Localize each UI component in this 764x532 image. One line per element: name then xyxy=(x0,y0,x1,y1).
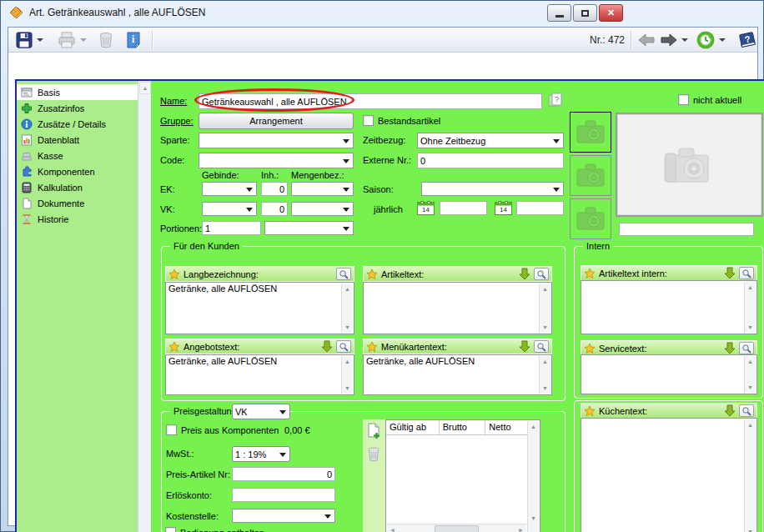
sidebar-item-datenblatt[interactable]: Datenblatt xyxy=(17,132,138,148)
scroll-down-icon[interactable]: ▼ xyxy=(342,322,353,333)
maximize-button[interactable] xyxy=(573,4,597,22)
forward-dropdown-arrow[interactable] xyxy=(681,38,688,42)
zeitbezug-select[interactable]: Ohne Zeitbezug xyxy=(417,133,564,148)
scroll-up-icon[interactable]: ▲ xyxy=(745,419,756,430)
mwst-select[interactable]: 1 : 19% xyxy=(232,446,290,462)
scroll-down-icon[interactable]: ▼ xyxy=(528,513,539,524)
photo-caption-input[interactable] xyxy=(619,223,754,236)
artikeltext-textarea[interactable] xyxy=(366,284,537,333)
gruppe-button[interactable]: Arrangement xyxy=(199,113,354,129)
photo-thumbnail-2[interactable] xyxy=(570,155,611,196)
scroll-down-icon[interactable]: ▼ xyxy=(745,322,756,333)
artikeltext-intern-textarea[interactable] xyxy=(584,282,742,333)
sidebar-item-komponenten[interactable]: Komponenten xyxy=(17,163,138,179)
textarea-scrollbar[interactable]: ▲▼ xyxy=(744,356,756,393)
price-table[interactable]: Gültig ab Brutto Netto ▲▼ ◄► xyxy=(385,419,540,532)
insert-arrow-icon[interactable] xyxy=(519,268,530,280)
magnifier-icon[interactable] xyxy=(534,268,549,280)
vk-mengenbez-select[interactable] xyxy=(291,202,354,216)
history-button[interactable] xyxy=(696,30,726,50)
scroll-down-icon[interactable]: ▼ xyxy=(745,382,756,393)
magnifier-icon[interactable] xyxy=(336,268,351,280)
langbezeichnung-textarea[interactable]: Getränke, alle AUFLÖSEN xyxy=(168,284,339,333)
delete-button[interactable] xyxy=(97,30,115,50)
ek-gebinde-select[interactable] xyxy=(202,182,257,196)
magnifier-icon[interactable] xyxy=(336,340,351,353)
servicetext-textarea[interactable] xyxy=(584,356,742,393)
angebotstext-textarea[interactable]: Getränke, alle AUFLÖSEN xyxy=(168,356,339,394)
textarea-scrollbar[interactable]: ▲▼ xyxy=(341,356,353,394)
saison-select[interactable] xyxy=(421,182,564,196)
table-hscrollbar[interactable]: ◄► xyxy=(387,524,526,532)
menuekartentext-textarea[interactable]: Getränke, alle AUFLÖSEN xyxy=(366,356,537,394)
scroll-up-icon[interactable]: ▲ xyxy=(540,284,550,294)
column-header[interactable]: Netto xyxy=(485,420,527,434)
magnifier-icon[interactable] xyxy=(739,267,754,279)
textarea-scrollbar[interactable]: ▲▼ xyxy=(539,284,550,333)
table-vscrollbar[interactable]: ▲▼ xyxy=(527,421,539,532)
save-button[interactable] xyxy=(15,30,43,50)
insert-arrow-icon[interactable] xyxy=(519,340,530,353)
close-button[interactable]: ✕ xyxy=(599,4,623,22)
vk-gebinde-select[interactable] xyxy=(202,202,257,216)
insert-arrow-icon[interactable] xyxy=(724,267,736,279)
bestandsartikel-checkbox[interactable] xyxy=(363,115,374,126)
textarea-scrollbar[interactable]: ▲▼ xyxy=(744,282,756,333)
scroll-left-icon[interactable]: ◄ xyxy=(387,524,398,532)
add-row-icon[interactable] xyxy=(366,423,381,439)
sidebar-item-kalkulation[interactable]: Kalkulation xyxy=(17,179,138,195)
insert-arrow-icon[interactable] xyxy=(724,342,736,354)
name-help-icon[interactable]: ? xyxy=(547,92,564,108)
externe-nr-input[interactable] xyxy=(417,153,564,168)
photo-preview[interactable] xyxy=(616,113,763,217)
magnifier-icon[interactable] xyxy=(534,340,549,353)
info-button[interactable]: i xyxy=(125,30,142,50)
scroll-up-icon[interactable]: ▲ xyxy=(139,82,151,94)
scroll-down-icon[interactable]: ▼ xyxy=(540,322,550,333)
scroll-up-icon[interactable]: ▲ xyxy=(528,421,539,432)
print-button[interactable] xyxy=(57,30,87,50)
column-header[interactable]: Gültig ab xyxy=(386,420,440,434)
vk-inh-input[interactable] xyxy=(261,202,288,216)
scroll-up-icon[interactable]: ▲ xyxy=(540,356,550,367)
scroll-up-icon[interactable]: ▲ xyxy=(745,282,756,293)
magnifier-icon[interactable] xyxy=(739,342,754,354)
portionen-input[interactable] xyxy=(202,221,261,235)
ek-mengenbez-select[interactable] xyxy=(291,182,354,196)
back-button[interactable] xyxy=(637,30,656,50)
forward-button[interactable] xyxy=(660,30,688,50)
textarea-scrollbar[interactable]: ▲▼ xyxy=(539,356,550,394)
minimize-button[interactable] xyxy=(547,4,571,22)
print-dropdown-arrow[interactable] xyxy=(80,38,87,42)
sidebar-item-kasse[interactable]: Kasse xyxy=(17,148,138,163)
magnifier-icon[interactable] xyxy=(739,404,754,417)
kuechentext-textarea[interactable] xyxy=(584,419,742,532)
photo-thumbnail-3[interactable] xyxy=(570,198,611,239)
ek-inh-input[interactable] xyxy=(261,182,288,196)
delete-row-icon[interactable] xyxy=(366,446,381,462)
column-header[interactable]: Brutto xyxy=(440,420,486,434)
scroll-down-icon[interactable]: ▼ xyxy=(540,383,550,394)
scroll-right-icon[interactable]: ► xyxy=(515,524,526,532)
insert-arrow-icon[interactable] xyxy=(321,340,333,353)
insert-arrow-icon[interactable] xyxy=(724,404,736,417)
name-input[interactable] xyxy=(199,93,542,109)
jaehrlich-von-input[interactable] xyxy=(440,201,487,215)
sidebar-scrollbar[interactable]: ▲ ▼ xyxy=(138,81,151,532)
scroll-up-icon[interactable]: ▲ xyxy=(342,356,353,367)
sidebar-item-historie[interactable]: Historie xyxy=(17,211,138,227)
calendar-icon[interactable]: 14 xyxy=(495,201,512,215)
save-dropdown-arrow[interactable] xyxy=(37,38,43,42)
scroll-down-icon[interactable]: ▼ xyxy=(342,383,353,394)
preis-artikel-input[interactable] xyxy=(232,467,335,481)
scroll-down-icon[interactable]: ▼ xyxy=(745,526,756,532)
textarea-scrollbar[interactable]: ▲▼ xyxy=(341,284,353,333)
sidebar-item-zusatzinfos[interactable]: Zusatzinfos xyxy=(17,100,138,116)
help-button[interactable]: ? xyxy=(737,30,757,50)
scroll-up-icon[interactable]: ▲ xyxy=(342,284,353,294)
sidebar-item-basis[interactable]: Basis xyxy=(17,84,138,100)
portionen-einheit-select[interactable] xyxy=(264,221,354,235)
sparte-select[interactable] xyxy=(199,133,354,148)
kostenstelle-select[interactable] xyxy=(232,509,335,523)
calendar-icon[interactable]: 14 xyxy=(417,201,435,215)
